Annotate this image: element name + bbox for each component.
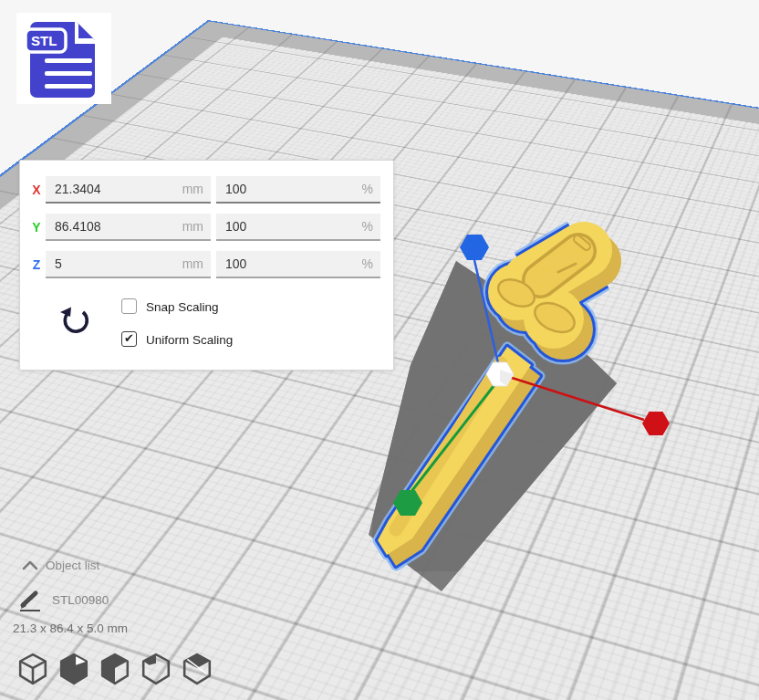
- pencil-icon: [18, 590, 44, 613]
- axis-label-z: Z: [27, 257, 46, 272]
- view-front-button[interactable]: [57, 652, 90, 686]
- axis-label-x: X: [27, 183, 46, 197]
- cube-front-icon: [58, 652, 89, 686]
- scale-x-pct-field: %: [216, 176, 380, 204]
- scale-z-pct-input[interactable]: [216, 251, 380, 277]
- view-top-button[interactable]: [99, 652, 131, 686]
- scale-z-mm-input[interactable]: [46, 251, 211, 277]
- object-list-header[interactable]: Object list: [46, 559, 99, 572]
- scale-y-mm-input[interactable]: [46, 214, 211, 239]
- camera-view-toolbar: [16, 652, 213, 686]
- scale-z-pct-field: %: [216, 251, 380, 278]
- object-list-item-name[interactable]: STL00980: [52, 593, 109, 607]
- uniform-scaling-checkbox[interactable]: ✔: [121, 331, 137, 347]
- view-3d-button[interactable]: [16, 652, 49, 686]
- object-list-collapse-chevron[interactable]: [20, 559, 40, 571]
- scale-handle-z[interactable]: [460, 235, 489, 260]
- uniform-scaling-label: Uniform Scaling: [146, 333, 233, 347]
- doc-line: [45, 84, 92, 89]
- doc-line: [45, 71, 92, 76]
- stl-badge-text: STL: [31, 33, 57, 48]
- view-left-side-button[interactable]: [140, 652, 172, 686]
- reset-scale-button[interactable]: [57, 299, 93, 336]
- scale-x-mm-input[interactable]: [46, 176, 211, 202]
- cube-top-icon: [99, 652, 130, 686]
- view-right-side-button[interactable]: [181, 652, 213, 686]
- cube-3d-icon: [17, 652, 48, 686]
- fold-flap: [78, 24, 93, 38]
- snap-scaling-label: Snap Scaling: [146, 300, 219, 314]
- doc-line: [45, 58, 92, 63]
- scale-y-pct-field: %: [216, 214, 380, 241]
- scale-y-mm-field: mm: [46, 214, 211, 241]
- scale-tool-panel: X mm % Y mm % Z mm: [19, 160, 394, 371]
- cube-right-icon: [182, 652, 213, 686]
- cube-left-icon: [140, 652, 172, 686]
- scale-x-mm-field: mm: [46, 176, 211, 204]
- axis-label-y: Y: [27, 220, 46, 235]
- snap-scaling-checkbox[interactable]: [121, 298, 137, 314]
- cura-window: { "stl_file_icon": { "badge_text": "STL"…: [0, 0, 759, 700]
- scale-z-mm-field: mm: [46, 251, 211, 278]
- scale-y-pct-input[interactable]: [216, 214, 380, 239]
- model-dimensions-readout: 21.3 x 86.4 x 5.0 mm: [13, 622, 128, 635]
- stl-file-icon: STL: [16, 13, 111, 104]
- scale-handle-x[interactable]: [642, 412, 670, 435]
- scale-x-pct-input[interactable]: [216, 176, 380, 202]
